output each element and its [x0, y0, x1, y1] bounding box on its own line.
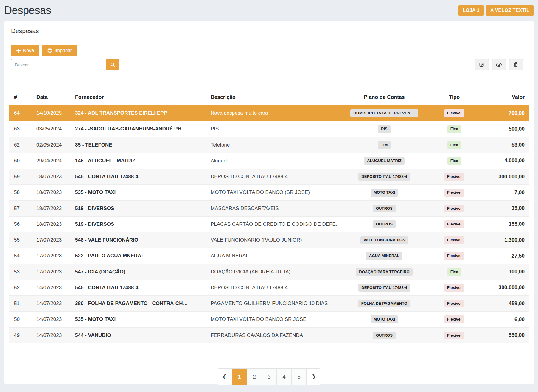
cell-account-plan: VALE FUNCIONARIOS	[338, 232, 430, 248]
expenses-card: Despesas Nova	[4, 21, 534, 384]
cell-value: 7,00	[478, 185, 529, 200]
table-row[interactable]: 5114/07/2023380 - FOLHA DE PAGAMENTO - C…	[9, 296, 529, 312]
table-row[interactable]: 5317/07/2023547 - ICIA (DOAÇÃO)DOAÇÃO P/…	[9, 264, 529, 280]
page-5-button[interactable]: 5	[291, 369, 306, 385]
cell-type: Flexível	[430, 280, 478, 295]
account-plan-badge: OUTROS	[373, 332, 396, 339]
cell-account-plan: ALUGUEL MATRIZ	[338, 153, 430, 169]
row-action-buttons	[475, 59, 523, 70]
table-row[interactable]: 6414/10/2025324 - ADL TRANSPORTES EIRELI…	[9, 105, 529, 121]
table-row[interactable]: 6029/04/2024145 - ALUGUEL - MATRIZAlugue…	[9, 153, 529, 169]
table-row[interactable]: 5517/07/2023548 - VALE FUNCIONÁRIOVALE F…	[9, 232, 529, 248]
page-2-button[interactable]: 2	[247, 369, 262, 385]
store-badge[interactable]: LOJA 1	[458, 5, 484, 16]
cell-id: 50	[9, 312, 32, 327]
cell-account-plan: BOMBEIRO-TAXA DE PREVEN …	[338, 105, 430, 121]
cell-date: 14/10/2025	[32, 105, 71, 121]
cell-description: AGUA MINERAL	[206, 248, 338, 264]
cell-account-plan: DEPOSITO ITAU 17488-4	[338, 169, 430, 185]
cell-date: 29/04/2024	[32, 153, 71, 169]
search-input[interactable]	[11, 59, 106, 70]
print-button[interactable]: Imprimir	[42, 45, 77, 56]
cell-value: 300.000,00	[478, 169, 529, 185]
cell-description: FERRADURAS CAVALOS DA FAZENDA	[206, 327, 338, 343]
cell-description: VALE FUNCIONARIO (PAULO JUNIOR)	[206, 232, 338, 248]
cell-type: Flexível	[430, 312, 478, 327]
cell-date: 14/07/2023	[32, 296, 71, 312]
edit-button[interactable]	[475, 59, 489, 70]
type-badge: Flexível	[444, 220, 465, 228]
cell-id: 54	[9, 248, 32, 264]
search-button[interactable]	[106, 59, 119, 70]
delete-button[interactable]	[509, 59, 523, 70]
type-badge: Flexível	[444, 284, 465, 292]
cell-type: Fixa	[430, 121, 478, 137]
type-badge: Flexível	[444, 236, 465, 244]
cell-id: 60	[9, 153, 32, 169]
column-header-tipo: Tipo	[430, 87, 478, 105]
company-badge[interactable]: A VELOZ TEXTIL	[486, 5, 534, 16]
column-header-plano-de-contas: Plano de Contas	[338, 87, 430, 105]
table-row[interactable]: 5618/07/2023519 - DIVERSOSPLACAS CARTÃO …	[9, 216, 529, 232]
view-button[interactable]	[492, 59, 506, 70]
table-row[interactable]: 4914/07/2023544 - VANUBIOFERRADURAS CAVA…	[9, 327, 529, 343]
account-plan-badge: FOLHA DE PAGAMENTO	[358, 300, 411, 307]
table-row[interactable]: 5818/07/2023535 - MOTO TAXIMOTO TAXI VOL…	[9, 185, 529, 200]
type-badge: Flexível	[444, 109, 465, 117]
cell-account-plan: MOTO TAXI	[338, 185, 430, 200]
cell-date: 14/07/2023	[32, 312, 71, 327]
cell-account-plan: DOAÇÃO PARA TERCEIRO	[338, 264, 430, 280]
search-group	[11, 59, 119, 70]
column-header-fornecedor: Fornecedor	[71, 87, 206, 105]
cell-type: Flexível	[430, 185, 478, 200]
cell-type: Flexível	[430, 327, 478, 343]
account-plan-badge: MOTO TAXI	[371, 315, 398, 323]
table-row[interactable]: 5214/07/2023545 - CONTA ITAU 17488-4DEPO…	[9, 280, 529, 295]
table-row[interactable]: 5718/07/2023519 - DIVERSOSMASCARAS DESCA…	[9, 200, 529, 216]
column-header-data: Data	[32, 87, 71, 105]
cell-value: 155,00	[478, 216, 529, 232]
cell-supplier: 545 - CONTA ITAU 17488-4	[71, 169, 206, 185]
account-plan-badge: DOAÇÃO PARA TERCEIRO	[356, 268, 413, 276]
card-body: Nova Imprimir	[4, 45, 534, 392]
page-next-button[interactable]: ❯	[306, 369, 321, 385]
page-3-button[interactable]: 3	[262, 369, 276, 385]
expenses-table: #DataFornecedorDescriçãoPlano de ContasT…	[9, 87, 529, 343]
cell-supplier: 519 - DIVERSOS	[71, 216, 206, 232]
cell-id: 49	[9, 327, 32, 343]
cell-description: MASCARAS DESCARTAVEIS	[206, 200, 338, 216]
column-header-valor: Valor	[478, 87, 529, 105]
pagination-wrap: ❮12345❯	[9, 368, 529, 385]
type-badge: Fixa	[447, 268, 461, 276]
table-row[interactable]: 6303/05/2024274 - -SACOLITAS-GARANHUNS-A…	[9, 121, 529, 137]
type-badge: Fixa	[447, 125, 461, 133]
table-row[interactable]: 6202/05/202485 - TELEFONETelefoneTIMFixa…	[9, 137, 529, 153]
cell-date: 14/07/2023	[32, 280, 71, 295]
cell-type: Fixa	[430, 153, 478, 169]
account-plan-badge: PIS	[378, 125, 390, 133]
page: Despesas LOJA 1 A VELOZ TEXTIL Despesas …	[0, 0, 538, 384]
cell-account-plan: DEPOSITO ITAU 17488-4	[338, 280, 430, 295]
cell-value: 459,00	[478, 296, 529, 312]
cell-type: Flexível	[430, 216, 478, 232]
cell-value: 53,00	[478, 137, 529, 153]
cell-supplier: 545 - CONTA ITAU 17488-4	[71, 280, 206, 295]
account-plan-badge: OUTROS	[373, 205, 396, 212]
cell-supplier: 324 - ADL TRANSPORTES EIRELI EPP	[71, 105, 206, 121]
table-row[interactable]: 5014/07/2023535 - MOTO TAXIMOTO TAXI VOL…	[9, 312, 529, 327]
page-prev-button[interactable]: ❮	[217, 369, 232, 385]
eye-icon	[496, 63, 502, 67]
cell-date: 17/07/2023	[32, 264, 71, 280]
table-row[interactable]: 5918/07/2023545 - CONTA ITAU 17488-4DEPO…	[9, 169, 529, 185]
cell-supplier: 548 - VALE FUNCIONÁRIO	[71, 232, 206, 248]
page-1-button[interactable]: 1	[232, 369, 247, 385]
account-plan-badge: AGUA MINERAL	[366, 252, 402, 260]
cell-supplier: 85 - TELEFONE	[71, 137, 206, 153]
cell-id: 59	[9, 169, 32, 185]
account-plan-badge: ALUGUEL MATRIZ	[364, 157, 405, 165]
table-row[interactable]: 5417/07/2023522 - PAULO AGUA MNERALAGUA …	[9, 248, 529, 264]
cell-supplier: 145 - ALUGUEL - MATRIZ	[71, 153, 206, 169]
new-expense-button[interactable]: Nova	[11, 45, 39, 56]
page-4-button[interactable]: 4	[276, 369, 291, 385]
account-plan-badge: DEPOSITO ITAU 17488-4	[358, 284, 410, 292]
